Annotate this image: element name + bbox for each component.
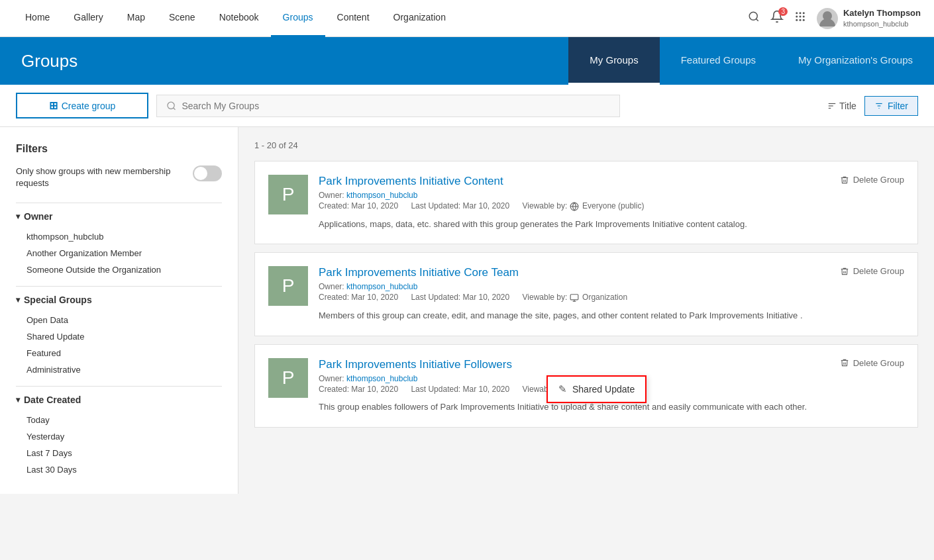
groups-tab-list: My Groups Featured Groups My Organizatio…: [568, 37, 934, 85]
tab-featured-groups[interactable]: Featured Groups: [660, 37, 777, 85]
owner-option-0[interactable]: kthompson_hubclub: [16, 228, 222, 245]
membership-toggle[interactable]: [193, 165, 222, 181]
user-menu[interactable]: Katelyn Thompson kthompson_hubclub: [817, 8, 921, 29]
nav-home[interactable]: Home: [13, 0, 62, 37]
group-avatar-0: P: [268, 175, 308, 214]
svg-point-3: [799, 12, 801, 14]
search-bar-icon: [166, 101, 176, 111]
date-created-section-label: Date Created: [24, 395, 81, 405]
group-meta-owner-0: Owner: kthompson_hubclub: [319, 191, 829, 200]
group-info-1: Park Improvements Initiative Core Team O…: [319, 266, 829, 322]
date-option-3[interactable]: Last 30 Days: [16, 461, 222, 478]
filter-button[interactable]: Filter: [864, 96, 918, 116]
svg-line-13: [174, 107, 176, 109]
group-updated-2: Mar 10, 2020: [462, 385, 509, 394]
sidebar: Filters Only show groups with new member…: [0, 127, 238, 494]
tab-org-groups[interactable]: My Organization's Groups: [777, 37, 934, 85]
date-option-2[interactable]: Last 7 Days: [16, 445, 222, 461]
tab-my-groups[interactable]: My Groups: [568, 37, 659, 85]
user-name-block: Katelyn Thompson kthompson_hubclub: [843, 8, 921, 28]
search-input[interactable]: [182, 101, 610, 111]
date-created-section-header[interactable]: ▾ Date Created: [16, 395, 222, 405]
owner-option-1[interactable]: Another Organization Member: [16, 245, 222, 261]
group-updated-1: Mar 10, 2020: [462, 293, 509, 302]
delete-group-button-2[interactable]: Delete Group: [840, 358, 904, 368]
chevron-down-icon: ▾: [16, 212, 20, 221]
group-name-2[interactable]: Park Improvements Initiative Followers: [319, 358, 829, 371]
sort-filter-area: Title Filter: [827, 96, 918, 116]
apps-icon[interactable]: [794, 11, 806, 26]
owner-prefix-0: Owner:: [319, 191, 346, 200]
nav-groups[interactable]: Groups: [271, 0, 325, 37]
group-owner-link-2[interactable]: kthompson_hubclub: [346, 374, 417, 383]
special-groups-section-header[interactable]: ▾ Special Groups: [16, 295, 222, 305]
search-bar: [156, 95, 620, 117]
group-name-1[interactable]: Park Improvements Initiative Core Team: [319, 266, 829, 279]
svg-point-5: [796, 16, 798, 18]
create-group-button[interactable]: ⊞ Create group: [16, 93, 148, 118]
group-meta-dates-0: Created: Mar 10, 2020 Last Updated: Mar …: [319, 201, 829, 211]
delete-group-button-1[interactable]: Delete Group: [840, 266, 904, 276]
user-full-name: Katelyn Thompson: [843, 8, 921, 19]
filters-title: Filters: [16, 143, 222, 155]
svg-point-0: [749, 12, 757, 20]
group-card-top-1: P Park Improvements Initiative Core Team…: [268, 266, 904, 322]
nav-organization[interactable]: Organization: [382, 0, 458, 37]
nav-content[interactable]: Content: [325, 0, 382, 37]
svg-line-1: [756, 19, 758, 21]
group-meta-owner-1: Owner: kthompson_hubclub: [319, 282, 829, 291]
svg-point-12: [168, 102, 174, 109]
nav-scene[interactable]: Scene: [157, 0, 207, 37]
globe-icon-0: [570, 202, 579, 211]
search-icon[interactable]: [748, 11, 760, 26]
result-count: 1 - 20 of 24: [254, 140, 918, 150]
special-group-option-2[interactable]: Featured: [16, 345, 222, 361]
group-card-1: P Park Improvements Initiative Core Team…: [254, 252, 918, 336]
owner-prefix-2: Owner:: [319, 374, 346, 383]
org-icon-1: [570, 293, 579, 303]
nav-map[interactable]: Map: [115, 0, 157, 37]
special-group-option-1[interactable]: Shared Update: [16, 328, 222, 345]
updated-prefix-2: Last Updated:: [411, 385, 462, 394]
sort-icon: [827, 101, 837, 111]
nav-gallery[interactable]: Gallery: [62, 0, 115, 37]
nav-notebook[interactable]: Notebook: [207, 0, 271, 37]
viewable-prefix-0: Viewable by:: [523, 201, 570, 210]
group-avatar-1: P: [268, 266, 308, 306]
svg-point-10: [803, 19, 805, 21]
group-owner-link-0[interactable]: kthompson_hubclub: [346, 191, 417, 200]
special-group-option-0[interactable]: Open Data: [16, 312, 222, 328]
group-viewable-0: Everyone (public): [582, 201, 644, 210]
notifications-icon[interactable]: 3: [770, 10, 784, 26]
chevron-down-icon-3: ▾: [16, 395, 20, 404]
divider-1: [16, 203, 222, 203]
group-card-0: P Park Improvements Initiative Content O…: [254, 161, 918, 244]
owner-option-2[interactable]: Someone Outside the Organization: [16, 261, 222, 278]
filter-label: Filter: [888, 101, 908, 111]
updated-prefix-0: Last Updated:: [411, 201, 462, 210]
date-option-0[interactable]: Today: [16, 412, 222, 428]
create-group-label: Create group: [62, 101, 116, 111]
svg-point-7: [803, 16, 805, 18]
delete-group-button-0[interactable]: Delete Group: [840, 175, 904, 185]
group-card-top-0: P Park Improvements Initiative Content O…: [268, 175, 904, 230]
nav-links: Home Gallery Map Scene Notebook Groups C…: [13, 0, 748, 37]
delete-label-2: Delete Group: [853, 358, 904, 368]
group-owner-link-1[interactable]: kthompson_hubclub: [346, 282, 417, 291]
owner-section-header[interactable]: ▾ Owner: [16, 211, 222, 222]
created-prefix-1: Created:: [319, 293, 351, 302]
special-group-option-3[interactable]: Administrative: [16, 361, 222, 378]
owner-prefix-1: Owner:: [319, 282, 346, 291]
user-username: kthompson_hubclub: [843, 19, 921, 28]
notification-count: 3: [778, 7, 788, 16]
sort-label[interactable]: Title: [827, 101, 856, 111]
avatar: [817, 8, 838, 29]
delete-label-1: Delete Group: [853, 266, 904, 276]
date-option-1[interactable]: Yesterday: [16, 428, 222, 445]
shared-update-popover[interactable]: ✎ Shared Update: [546, 375, 647, 403]
special-groups-section-label: Special Groups: [24, 295, 92, 305]
group-updated-0: Mar 10, 2020: [462, 201, 509, 210]
group-created-0: Mar 10, 2020: [351, 201, 398, 210]
group-name-0[interactable]: Park Improvements Initiative Content: [319, 175, 829, 188]
viewable-prefix-1: Viewable by:: [523, 293, 570, 302]
